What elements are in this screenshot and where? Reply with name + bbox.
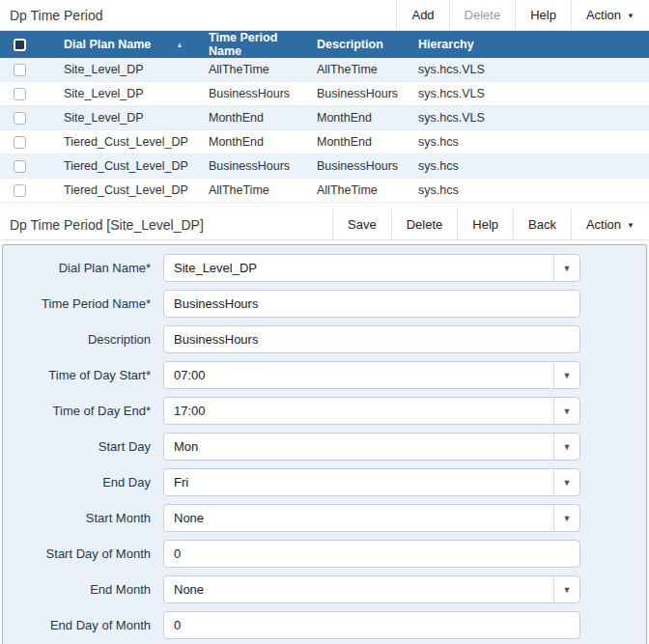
field-control (163, 290, 580, 318)
detail-toolbar-buttons: SaveDeleteHelpBackAction▼ (332, 210, 649, 239)
cell-hierarchy: sys.hcs (409, 159, 649, 173)
field-row-end-day: End DayFri▼ (3, 464, 646, 500)
cell-time-period: MonthEnd (199, 111, 307, 125)
dropdown-arrow-icon: ▼ (553, 362, 579, 388)
table-row[interactable]: Tiered_Cust_Level_DPBusinessHoursBusines… (0, 154, 649, 179)
row-checkbox-cell (0, 88, 54, 100)
row-checkbox[interactable] (14, 112, 26, 125)
row-checkbox[interactable] (14, 64, 26, 76)
end-month-select[interactable]: None▼ (163, 575, 580, 603)
row-checkbox-cell (0, 64, 54, 76)
table-row[interactable]: Site_Level_DPMonthEndMonthEndsys.hcs.VLS (0, 106, 649, 130)
select-all-checkbox[interactable] (14, 39, 26, 51)
row-checkbox[interactable] (14, 160, 26, 173)
field-row-time-of-day-start: Time of Day Start*07:00▼ (3, 357, 646, 393)
cell-time-period: BusinessHours (199, 87, 307, 100)
field-control: None▼ (163, 504, 580, 532)
column-header-dial-plan-name[interactable]: Dial Plan Name ▲ (54, 38, 199, 51)
field-control: Site_Level_DP▼ (163, 254, 580, 282)
dropdown-arrow-icon: ▼ (553, 434, 579, 460)
end-day-select[interactable]: Fri▼ (163, 468, 580, 496)
cell-dial-plan: Site_Level_DP (54, 111, 199, 125)
cell-time-period: MonthEnd (199, 135, 307, 149)
detail-page-title: Dp Time Period [Site_Level_DP] (0, 210, 332, 239)
cell-time-period: BusinessHours (199, 159, 307, 173)
dropdown-arrow-icon: ▼ (553, 505, 579, 531)
menu-caret-icon: ▼ (627, 12, 635, 20)
end-day-of-month-input[interactable] (163, 611, 580, 639)
cell-dial-plan: Site_Level_DP (54, 63, 199, 76)
selected-value: Mon (164, 439, 553, 454)
select-all-cell (0, 39, 54, 51)
detail-toolbar: Dp Time Period [Site_Level_DP] SaveDelet… (0, 210, 649, 240)
field-control (163, 325, 580, 353)
field-label: End Day (3, 475, 151, 490)
field-row-time-period-name: Time Period Name* (3, 286, 646, 322)
cell-time-period: AllTheTime (199, 183, 307, 197)
dial-plan-name-select[interactable]: Site_Level_DP▼ (163, 254, 580, 282)
list-toolbar-buttons: AddDeleteHelpAction▼ (396, 0, 649, 30)
column-header-hierarchy[interactable]: Hierarchy (409, 38, 649, 51)
column-header-time-period-name[interactable]: Time Period Name (199, 31, 307, 58)
field-row-time-of-day-end: Time of Day End*17:00▼ (3, 393, 646, 429)
field-control: 17:00▼ (163, 397, 580, 425)
cell-hierarchy: sys.hcs.VLS (409, 63, 649, 76)
table-body: Site_Level_DPAllTheTimeAllTheTimesys.hcs… (0, 58, 649, 203)
description-input[interactable] (163, 325, 580, 353)
section-gap (0, 203, 649, 210)
field-row-end-day-of-month: End Day of Month (3, 607, 646, 643)
selected-value: 07:00 (164, 368, 553, 382)
field-control (163, 540, 580, 568)
field-label: End Day of Month (3, 618, 151, 632)
field-label: Start Day of Month (3, 546, 151, 561)
cell-description: MonthEnd (307, 111, 409, 125)
start-day-select[interactable]: Mon▼ (163, 433, 580, 461)
cell-hierarchy: sys.hcs (409, 135, 649, 149)
time-period-name-input[interactable] (163, 290, 580, 318)
time-of-day-end-select[interactable]: 17:00▼ (163, 397, 580, 425)
time-of-day-start-select[interactable]: 07:00▼ (163, 361, 580, 389)
selected-value: 17:00 (164, 404, 553, 418)
table-row[interactable]: Tiered_Cust_Level_DPAllTheTimeAllTheTime… (0, 179, 649, 203)
column-header-description[interactable]: Description (307, 38, 409, 51)
cell-hierarchy: sys.hcs.VLS (409, 87, 649, 100)
detail-save-button[interactable]: Save (332, 210, 391, 239)
row-checkbox[interactable] (14, 136, 26, 149)
table-row[interactable]: Site_Level_DPAllTheTimeAllTheTimesys.hcs… (0, 58, 649, 82)
field-label: End Month (3, 582, 151, 597)
list-help-button[interactable]: Help (515, 0, 571, 30)
dropdown-arrow-icon: ▼ (553, 255, 579, 281)
detail-action-button[interactable]: Action▼ (571, 210, 649, 239)
row-checkbox[interactable] (14, 88, 26, 100)
detail-help-button[interactable]: Help (457, 210, 513, 239)
cell-hierarchy: sys.hcs.VLS (409, 111, 649, 125)
field-control: None▼ (163, 575, 580, 603)
field-control: Fri▼ (163, 468, 580, 496)
start-month-select[interactable]: None▼ (163, 504, 580, 532)
field-label: Time of Day End* (3, 404, 151, 418)
detail-back-button[interactable]: Back (513, 210, 571, 239)
dropdown-arrow-icon: ▼ (553, 398, 579, 424)
detail-delete-button[interactable]: Delete (391, 210, 458, 239)
list-action-button[interactable]: Action▼ (571, 0, 649, 30)
field-row-start-month: Start MonthNone▼ (3, 500, 646, 536)
field-label: Dial Plan Name* (3, 261, 151, 275)
start-day-of-month-input[interactable] (163, 540, 580, 568)
field-row-start-day: Start DayMon▼ (3, 429, 646, 464)
table-row[interactable]: Tiered_Cust_Level_DPMonthEndMonthEndsys.… (0, 130, 649, 154)
list-add-button[interactable]: Add (396, 0, 448, 30)
sort-asc-icon: ▲ (176, 41, 183, 49)
row-checkbox-cell (0, 160, 54, 173)
field-row-end-month: End MonthNone▼ (3, 572, 646, 607)
field-label: Description (3, 332, 151, 347)
cell-description: MonthEnd (307, 135, 409, 149)
field-row-dial-plan-name: Dial Plan Name*Site_Level_DP▼ (3, 250, 646, 286)
cell-description: BusinessHours (307, 159, 409, 173)
selected-value: Site_Level_DP (164, 261, 553, 275)
table-row[interactable]: Site_Level_DPBusinessHoursBusinessHourss… (0, 82, 649, 106)
field-row-start-day-of-month: Start Day of Month (3, 536, 646, 572)
row-checkbox[interactable] (14, 184, 26, 197)
row-checkbox-cell (0, 184, 54, 197)
cell-hierarchy: sys.hcs (409, 183, 649, 197)
dropdown-arrow-icon: ▼ (553, 469, 579, 495)
